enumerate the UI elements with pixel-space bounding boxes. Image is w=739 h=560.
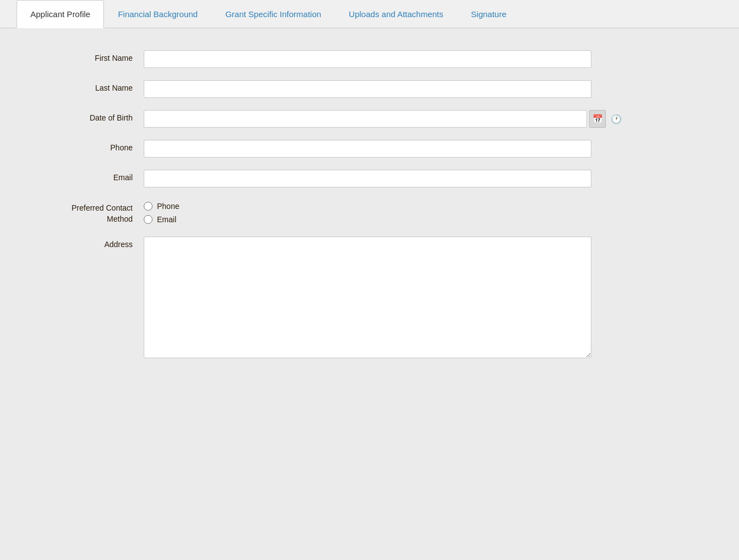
radio-phone-label: Phone xyxy=(157,202,179,211)
clock-icon-button[interactable]: 🕐 xyxy=(608,110,625,128)
preferred-contact-label: Preferred Contact Method xyxy=(33,200,144,224)
dob-label: Date of Birth xyxy=(33,110,144,122)
dob-row: Date of Birth 📅 🕐 xyxy=(33,110,641,128)
tab-applicant-profile[interactable]: Applicant Profile xyxy=(17,0,104,28)
address-label: Address xyxy=(33,237,144,249)
page-wrapper: Applicant Profile Financial Background G… xyxy=(0,0,739,560)
tab-financial-background[interactable]: Financial Background xyxy=(104,0,211,28)
tab-grant-specific-information[interactable]: Grant Specific Information xyxy=(212,0,335,28)
phone-input[interactable] xyxy=(144,140,591,158)
radio-phone[interactable] xyxy=(144,202,153,211)
dob-input[interactable] xyxy=(144,110,587,128)
phone-label: Phone xyxy=(33,140,144,152)
first-name-input[interactable] xyxy=(144,50,591,68)
form-container: First Name Last Name Date of Birth 📅 🕐 xyxy=(33,50,641,358)
radio-option-phone[interactable]: Phone xyxy=(144,202,641,211)
tab-bar: Applicant Profile Financial Background G… xyxy=(0,0,739,28)
clock-icon: 🕐 xyxy=(611,114,622,124)
first-name-row: First Name xyxy=(33,50,641,68)
content-area: First Name Last Name Date of Birth 📅 🕐 xyxy=(0,28,739,392)
tab-uploads-and-attachments[interactable]: Uploads and Attachments xyxy=(335,0,457,28)
preferred-contact-group: Phone Email xyxy=(144,200,641,224)
dob-wrapper: 📅 🕐 xyxy=(144,110,625,128)
radio-option-email[interactable]: Email xyxy=(144,215,641,224)
radio-email[interactable] xyxy=(144,215,153,224)
tab-signature[interactable]: Signature xyxy=(457,0,520,28)
phone-row: Phone xyxy=(33,140,641,158)
address-row: Address xyxy=(33,237,641,358)
email-input[interactable] xyxy=(144,170,591,187)
last-name-label: Last Name xyxy=(33,80,144,92)
calendar-icon-button[interactable]: 📅 xyxy=(589,110,606,128)
email-label: Email xyxy=(33,170,144,182)
address-textarea[interactable] xyxy=(144,237,591,358)
last-name-input[interactable] xyxy=(144,80,591,98)
last-name-row: Last Name xyxy=(33,80,641,98)
calendar-icon: 📅 xyxy=(593,114,603,124)
preferred-contact-row: Preferred Contact Method Phone Email xyxy=(33,200,641,224)
radio-email-label: Email xyxy=(157,215,176,224)
email-row: Email xyxy=(33,170,641,187)
first-name-label: First Name xyxy=(33,50,144,62)
